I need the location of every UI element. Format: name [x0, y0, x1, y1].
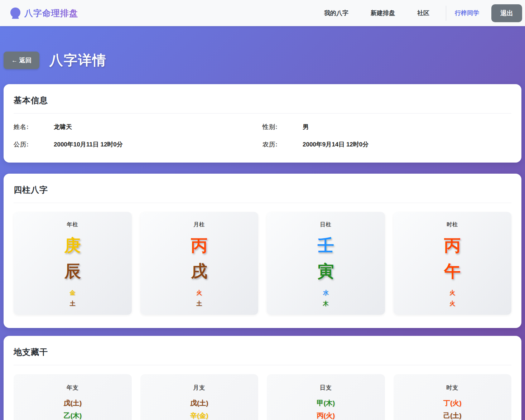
info-name: 姓名: 龙啸天 — [14, 122, 262, 132]
hidden-stem-item: 己(土) — [394, 409, 512, 420]
basic-info-card: 基本信息 姓名: 龙啸天 性别: 男 公历: 2000年10月11日 12时0分… — [4, 84, 521, 163]
pillar-month: 月柱 丙 戌 火 土 — [140, 212, 259, 315]
four-pillars-title: 四柱八字 — [14, 184, 511, 203]
pillar-year-elements: 金 土 — [14, 288, 132, 309]
crystal-ball-icon — [10, 8, 21, 19]
brand[interactable]: 八字命理排盘 — [10, 8, 78, 19]
info-solar-label: 公历: — [14, 140, 54, 150]
hidden-stems-day: 日支 甲(木) 丙(火) — [267, 374, 385, 420]
pillar-hour: 时柱 丙 午 火 火 — [394, 212, 512, 315]
pillar-year: 年柱 庚 辰 金 土 — [14, 212, 132, 315]
info-gender-label: 性别: — [262, 122, 303, 132]
pillar-day-branch-element: 木 — [267, 298, 385, 309]
pillar-month-stem-element: 火 — [140, 288, 259, 298]
pillar-year-name: 年柱 — [14, 221, 132, 228]
pillar-hour-name: 时柱 — [394, 221, 512, 228]
hidden-stems-month: 月支 戊(土) 辛(金) — [140, 374, 259, 420]
nav-divider — [446, 6, 446, 21]
pillar-day-elements: 水 木 — [267, 288, 385, 309]
hidden-stem-item: 戊(土) — [14, 397, 132, 409]
hidden-stems-title: 地支藏干 — [14, 347, 511, 365]
info-solar-value: 2000年10月11日 12时0分 — [54, 140, 123, 150]
hidden-stems-year-name: 年支 — [14, 384, 132, 392]
nav-link-community[interactable]: 社区 — [417, 9, 429, 17]
four-pillars-card: 四柱八字 年柱 庚 辰 金 土 月柱 丙 戌 火 土 — [4, 174, 521, 328]
hidden-stem-item: 戊(土) — [140, 397, 259, 409]
hidden-stems-grid: 年支 戊(土) 乙(木) 月支 戊(土) 辛(金) 日支 甲(木) 丙(火) 时… — [14, 374, 511, 420]
nav-link-my-bazi[interactable]: 我的八字 — [324, 9, 348, 17]
pillar-month-branch: 戌 — [140, 260, 259, 283]
info-gender-value: 男 — [303, 122, 309, 132]
info-lunar-date: 农历: 2000年9月14日 12时0分 — [262, 140, 511, 150]
hidden-stems-hour: 时支 丁(火) 己(土) — [394, 374, 512, 420]
info-name-value: 龙啸天 — [54, 122, 72, 132]
pillar-year-stem: 庚 — [14, 234, 132, 257]
pillar-month-stem: 丙 — [140, 234, 259, 257]
navbar: 八字命理排盘 我的八字 新建排盘 社区 行梓同学 退出 — [0, 0, 525, 26]
hidden-stem-item: 甲(木) — [267, 397, 385, 409]
pillar-grid: 年柱 庚 辰 金 土 月柱 丙 戌 火 土 日柱 壬 寅 — [14, 212, 511, 315]
pillar-month-name: 月柱 — [140, 221, 259, 228]
pillar-hour-elements: 火 火 — [394, 288, 512, 309]
pillar-day-name: 日柱 — [267, 221, 385, 228]
info-lunar-label: 农历: — [262, 140, 303, 150]
hidden-stems-day-name: 日支 — [267, 384, 385, 392]
info-gender: 性别: 男 — [262, 122, 511, 132]
info-solar-date: 公历: 2000年10月11日 12时0分 — [14, 140, 262, 150]
hidden-stem-item: 辛(金) — [140, 409, 259, 420]
pillar-hour-branch: 午 — [394, 260, 512, 283]
pillar-hour-branch-element: 火 — [394, 298, 512, 309]
pillar-year-branch: 辰 — [14, 260, 132, 283]
hidden-stem-item: 乙(木) — [14, 409, 132, 420]
pillar-day: 日柱 壬 寅 水 木 — [267, 212, 385, 315]
pillar-day-branch: 寅 — [267, 260, 385, 283]
hero: ← 返回 八字详情 — [4, 51, 521, 69]
hidden-stem-item: 丁(火) — [394, 397, 512, 409]
basic-info-title: 基本信息 — [14, 95, 511, 114]
hidden-stems-card: 地支藏干 年支 戊(土) 乙(木) 月支 戊(土) 辛(金) 日支 甲(木) 丙… — [4, 336, 521, 420]
hidden-stem-item: 丙(火) — [267, 409, 385, 420]
nav-link-new-chart[interactable]: 新建排盘 — [371, 9, 395, 17]
pillar-day-stem: 壬 — [267, 234, 385, 257]
brand-title: 八字命理排盘 — [24, 8, 78, 19]
logout-button[interactable]: 退出 — [491, 4, 522, 22]
back-button[interactable]: ← 返回 — [4, 52, 39, 69]
info-name-label: 姓名: — [14, 122, 54, 132]
hidden-stems-month-name: 月支 — [140, 384, 259, 392]
pillar-hour-stem-element: 火 — [394, 288, 512, 298]
navbar-right: 我的八字 新建排盘 社区 行梓同学 退出 — [324, 4, 522, 22]
pillar-year-stem-element: 金 — [14, 288, 132, 298]
username-link[interactable]: 行梓同学 — [455, 9, 479, 17]
pillar-month-branch-element: 土 — [140, 298, 259, 309]
pillar-day-stem-element: 水 — [267, 288, 385, 298]
page-title: 八字详情 — [49, 51, 107, 69]
page-body: ← 返回 八字详情 基本信息 姓名: 龙啸天 性别: 男 公历: 2000年10… — [0, 26, 525, 420]
info-lunar-value: 2000年9月14日 12时0分 — [303, 140, 369, 150]
pillar-year-branch-element: 土 — [14, 298, 132, 309]
pillar-month-elements: 火 土 — [140, 288, 259, 309]
hidden-stems-year: 年支 戊(土) 乙(木) — [14, 374, 132, 420]
hidden-stems-hour-name: 时支 — [394, 384, 512, 392]
basic-info-grid: 姓名: 龙啸天 性别: 男 公历: 2000年10月11日 12时0分 农历: … — [14, 122, 511, 150]
pillar-hour-stem: 丙 — [394, 234, 512, 257]
